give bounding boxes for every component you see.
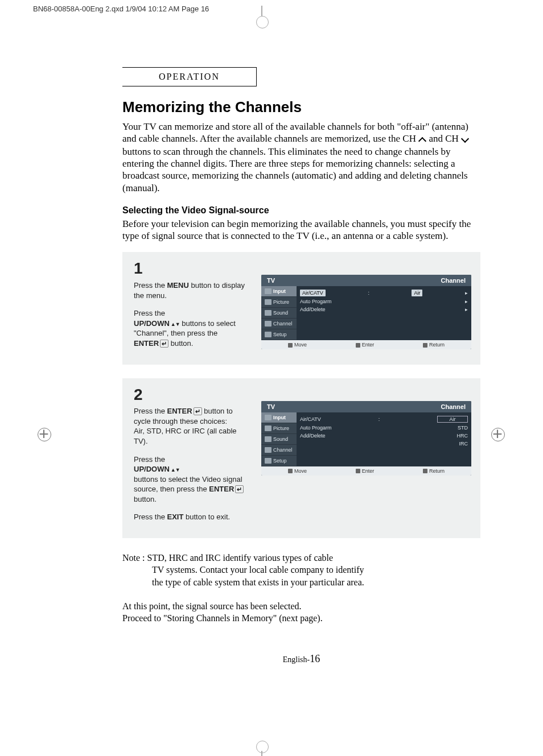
sound-icon [265,436,272,442]
note-line3: the type of cable system that exists in … [152,576,480,589]
osd-tab-channel: Channel [261,445,297,456]
osd2-opt-air: Air [437,416,468,423]
osd2-row-aircatv: Air/CATV [300,416,321,422]
s1-enter-label: ENTER [134,339,168,348]
intro-text-b: and CH [426,133,461,144]
intro-paragraph: Your TV can memorize and store all of th… [122,121,480,194]
closing-line1: At this point, the signal source has bee… [122,601,302,611]
ch-up-icon [418,134,426,146]
s2p3c: button to exit. [183,513,230,521]
s2-exit-label: EXIT [167,513,184,521]
note-paragraph: Note : STD, HRC and IRC identify various… [122,552,480,589]
setup-icon [265,332,272,337]
osd-tab-channel: Channel [261,319,297,329]
picture-icon [265,425,272,431]
osd2-row-adddelete: Add/Delete [300,433,326,439]
osd2-head-right: Channel [441,403,466,410]
s2p2e: button. [134,495,157,503]
step-2-block: 2 Press the ENTER button to cycle throug… [122,378,480,538]
picture-icon [265,299,272,305]
section-tab: OPERATION [122,67,257,86]
osd-screenshot-2: TV Channel Input Picture Sound Channel S… [261,401,471,476]
osd-tab-input: Input [261,286,297,297]
step-2-number: 2 [134,384,248,406]
s2p1a: Press the [134,407,167,415]
s2-updown-label: UP/DOWN [134,465,180,473]
s1p2a: Press the [134,309,165,317]
osd-tab-sound: Sound [261,308,297,319]
osd2-opt-hrc: HRC [457,433,468,439]
osd-tab-picture: Picture [261,297,297,308]
osd1-tabs: Input Picture Sound Channel Setup [261,286,297,340]
osd1-head-left: TV [267,277,275,284]
channel-icon [265,321,272,327]
osd-foot-move: Move [288,342,307,348]
osd-tab-sound: Sound [261,434,297,445]
page-title: Memorizing the Channels [122,98,480,116]
page-content: OPERATION Memorizing the Channels Your T… [0,16,543,699]
channel-icon [265,447,272,453]
step-1-block: 1 Press the MENU button to display the m… [122,252,480,364]
sound-icon [265,310,272,316]
osd1-row-autoprogram: Auto Progarm [300,299,332,304]
enter-icon [192,407,202,415]
osd-foot-enter: Enter [356,342,375,348]
osd2-main: Air/CATV:Air Auto ProgarmSTD Add/DeleteH… [297,412,471,466]
osd1-row-aircatv: Air/CATV [300,290,326,296]
osd2-footer: Move Enter Return [261,466,471,476]
osd-foot-return: Return [423,468,445,474]
osd2-tabs: Input Picture Sound Channel Setup [261,412,297,466]
note-lead: Note : [122,553,147,563]
s1p2e: button. [168,339,193,348]
ch-down-icon [461,134,469,146]
osd1-footer: Move Enter Return [261,340,471,349]
osd1-row-aircatv-val: Air [412,290,422,296]
osd1-main: Air/CATV:Air▸ Auto Progarm▸ Add/Delete▸ [297,286,471,340]
step-1-number: 1 [134,258,248,279]
osd-screenshot-1: TV Channel Input Picture Sound Channel S… [261,275,471,349]
osd2-head-left: TV [267,403,275,410]
osd1-head-right: Channel [441,277,466,284]
page-number: English-16 [122,653,480,665]
step-2-text: 2 Press the ENTER button to cycle throug… [134,384,248,530]
note-line2: TV systems. Contact your local cable com… [152,564,480,576]
s1p1a: Press the [134,281,167,290]
osd-foot-enter: Enter [356,468,375,474]
input-icon [265,288,272,294]
updown-icon [170,465,180,473]
updown-icon [170,319,180,328]
subheading-desc: Before your television can begin memoriz… [122,218,480,242]
step-1-text: 1 Press the MENU button to display the m… [134,258,248,356]
osd-foot-move: Move [288,468,307,474]
setup-icon [265,458,272,464]
enter-icon [234,485,244,493]
subheading: Selecting the Video Signal-source [122,205,480,216]
print-job-header: BN68-00858A-00Eng 2.qxd 1/9/04 10:12 AM … [0,0,543,16]
closing-line2: Proceed to "Storing Channels in Memory" … [122,613,323,623]
s2-enter-label: ENTER [167,407,202,415]
osd2-opt-irc: IRC [459,441,468,447]
osd-tab-input: Input [261,412,297,423]
intro-text-a: Your TV can memorize and store all of th… [122,121,468,144]
enter-icon [159,339,168,348]
osd-tab-setup: Setup [261,456,297,466]
pagenum-prefix: English- [283,655,310,664]
s2p3a: Press the [134,513,167,521]
osd-foot-return: Return [423,342,445,348]
osd1-row-adddelete: Add/Delete [300,307,326,312]
osd-tab-setup: Setup [261,329,297,340]
closing-paragraph: At this point, the signal source has bee… [122,600,480,625]
osd2-row-autoprogram: Auto Progarm [300,425,332,431]
s2-enter2-label: ENTER [209,485,244,493]
note-line1: STD, HRC and IRC identify various types … [147,553,334,563]
s2p2a: Press the [134,455,165,464]
intro-text-c: buttons to scan through the channels. Th… [122,146,468,193]
osd-tab-picture: Picture [261,423,297,434]
input-icon [265,415,272,420]
s2p1d: Air, STD, HRC or IRC (all cable TV). [134,427,237,445]
pagenum-value: 16 [310,653,320,664]
s1-updown-label: UP/DOWN [134,319,180,328]
s1-menu-label: MENU [167,281,189,290]
osd2-opt-std: STD [458,425,468,431]
